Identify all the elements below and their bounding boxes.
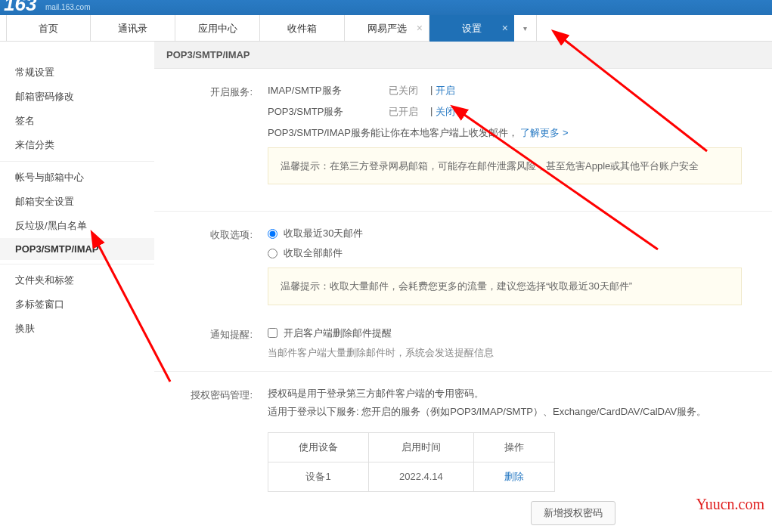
tab-label: 网易严选 <box>367 23 407 34</box>
warning-tip-2: 温馨提示：收取大量邮件，会耗费您更多的流量，建议您选择“收取最近30天邮件” <box>268 268 742 305</box>
section-title: POP3/SMTP/IMAP <box>154 42 772 69</box>
tab-label: 应用中心 <box>198 23 237 34</box>
checkbox-label-delete-notify: 开启客户端删除邮件提醒 <box>284 326 392 340</box>
sidebar-item-folders[interactable]: 文件夹和标签 <box>0 268 154 292</box>
sidebar-item-pop3-smtp-imap[interactable]: POP3/SMTP/IMAP <box>0 238 154 260</box>
tab-settings[interactable]: 设置× <box>429 15 514 42</box>
sidebar-item-skin[interactable]: 换肤 <box>0 317 154 341</box>
radio-recent-30[interactable] <box>268 229 277 239</box>
sidebar-item-account[interactable]: 帐号与邮箱中心 <box>0 165 154 190</box>
sidebar-item-inbox-rules[interactable]: 来信分类 <box>0 133 154 157</box>
label-notify: 通知提醒: <box>154 326 268 360</box>
brand-domain: mail.163.com <box>45 3 90 11</box>
tab-apps[interactable]: 应用中心 <box>175 15 260 42</box>
service-name-pop3: POP3/SMTP服务 <box>268 105 389 119</box>
auth-desc-1: 授权码是用于登录第三方邮件客户端的专用密码。 <box>268 387 772 401</box>
notify-subtext: 当邮件客户端大量删除邮件时，系统会发送提醒信息 <box>268 346 772 360</box>
watermark: Yuucn.com <box>696 496 764 513</box>
th-action: 操作 <box>473 432 554 462</box>
service-note: POP3/SMTP/IMAP服务能让你在本地客户端上收发邮件， <box>268 127 518 138</box>
auth-table-row: 设备1 2022.4.14 删除 <box>268 462 555 491</box>
tab-label: 收件箱 <box>287 23 317 34</box>
radio-all[interactable] <box>268 249 277 258</box>
tab-label: 通讯录 <box>118 23 147 34</box>
close-icon[interactable]: × <box>502 15 508 42</box>
service-name-imap: IMAP/SMTP服务 <box>268 84 389 97</box>
settings-sidebar: 常规设置 邮箱密码修改 签名 来信分类 帐号与邮箱中心 邮箱安全设置 反垃圾/黑… <box>0 42 154 532</box>
delete-auth-link[interactable]: 删除 <box>504 471 524 482</box>
main-tabs: 首页 通讯录 应用中心 收件箱 网易严选× 设置× ▾ <box>0 15 772 42</box>
learn-more-link[interactable]: 了解更多 > <box>520 127 568 138</box>
add-auth-password-button[interactable]: 新增授权密码 <box>531 501 615 525</box>
sidebar-item-password[interactable]: 邮箱密码修改 <box>0 85 154 109</box>
sidebar-item-spam[interactable]: 反垃圾/黑白名单 <box>0 214 154 238</box>
cell-device: 设备1 <box>268 462 369 491</box>
tab-more-dropdown[interactable]: ▾ <box>514 15 537 42</box>
warning-tip-1: 温馨提示：在第三方登录网易邮箱，可能存在邮件泄露风险，甚至危害Apple或其他平… <box>268 147 742 184</box>
sidebar-item-security[interactable]: 邮箱安全设置 <box>0 190 154 214</box>
sidebar-item-general[interactable]: 常规设置 <box>0 60 154 85</box>
tab-home[interactable]: 首页 <box>6 15 91 42</box>
label-auth-password: 授权密码管理: <box>154 387 268 525</box>
sidebar-item-signature[interactable]: 签名 <box>0 109 154 133</box>
sidebar-item-multitab[interactable]: 多标签窗口 <box>0 292 154 317</box>
auth-table: 使用设备 启用时间 操作 设备1 2022.4.14 删除 <box>268 432 555 492</box>
tab-label: 设置 <box>462 23 482 34</box>
close-icon[interactable]: × <box>417 15 423 42</box>
chevron-down-icon: ▾ <box>523 24 527 32</box>
radio-label-recent-30: 收取最近30天邮件 <box>284 227 363 240</box>
auth-desc-2: 适用于登录以下服务: 您开启的服务（例如POP3/IMAP/SMTP）、Exch… <box>268 405 772 419</box>
service-status-pop3: 已开启 <box>389 105 430 119</box>
label-open-service: 开启服务: <box>154 84 268 200</box>
cell-time: 2022.4.14 <box>369 462 474 491</box>
tab-inbox[interactable]: 收件箱 <box>260 15 345 42</box>
settings-content: POP3/SMTP/IMAP 开启服务: IMAP/SMTP服务 已关闭 | 开… <box>154 42 772 532</box>
th-time: 启用时间 <box>369 432 474 462</box>
th-device: 使用设备 <box>268 432 369 462</box>
service-action-imap-enable[interactable]: 开启 <box>436 84 455 97</box>
tab-label: 首页 <box>39 23 58 34</box>
radio-label-all: 收取全部邮件 <box>284 246 343 260</box>
label-receive-options: 收取选项: <box>154 227 268 320</box>
service-action-pop3-disable[interactable]: 关闭 <box>436 105 455 119</box>
tab-contacts[interactable]: 通讯录 <box>91 15 175 42</box>
brand-logo-fragment: 163 <box>4 0 36 11</box>
service-status-imap: 已关闭 <box>389 84 430 97</box>
checkbox-delete-notify[interactable] <box>268 328 277 338</box>
tab-yanxuan[interactable]: 网易严选× <box>345 15 429 42</box>
